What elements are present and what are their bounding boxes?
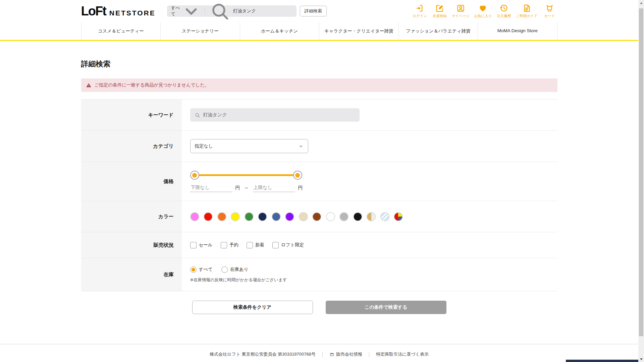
status-option[interactable]: 新着 [247, 242, 264, 248]
checkbox[interactable] [272, 242, 279, 248]
guide-icon [522, 4, 531, 13]
header-search-field [205, 5, 297, 17]
header-search-input[interactable] [233, 9, 292, 14]
color-swatch[interactable] [245, 212, 254, 221]
nav-item[interactable]: キャラクター・クリエイター雑貨 [319, 22, 398, 40]
color-swatch[interactable] [190, 212, 199, 221]
chevron-down-icon [298, 143, 304, 149]
slider-handle-min[interactable] [190, 171, 199, 180]
category-selected-value: 指定なし [195, 143, 213, 149]
cart-link[interactable]: カート [542, 4, 557, 18]
header-search-bar: すべて [167, 5, 297, 17]
checkbox[interactable] [247, 242, 253, 248]
price-label: 価格 [81, 162, 182, 201]
alert-message: ご指定の条件に一致する商品が見つかりませんでした。 [95, 82, 209, 88]
color-swatch[interactable] [312, 212, 321, 221]
scrollbar-thumb[interactable] [639, 8, 643, 336]
footer-link-legal[interactable]: 特定商取引法に基づく表示 [376, 351, 429, 357]
category-label: カテゴリ [81, 131, 182, 162]
color-swatch[interactable] [204, 212, 213, 221]
utility-label: マイページ [452, 14, 470, 18]
color-swatch[interactable] [299, 212, 308, 221]
radio-label: 在庫あり [230, 266, 249, 273]
nav-item[interactable]: コスメ＆ビューティー [81, 22, 161, 40]
form-actions: 検索条件をクリア この条件で検索する [81, 301, 557, 314]
search-scope-select[interactable]: すべて [167, 5, 205, 17]
utility-label: 注文履歴 [497, 14, 511, 18]
checkbox-label: ロフト限定 [281, 242, 304, 248]
price-range-slider [195, 171, 298, 180]
checkbox[interactable] [190, 242, 197, 248]
sales-status-label: 販売状況 [81, 232, 182, 258]
keyword-row: キーワード [81, 99, 557, 130]
guide-link[interactable]: ご利用ガイド [516, 4, 538, 18]
price-min-unit: 円 [235, 185, 240, 191]
stock-row: 在庫 すべて 在庫あり [81, 258, 557, 291]
nav-item[interactable]: MoMA Design Store [478, 22, 557, 40]
nav-item[interactable]: ステーショナリー [160, 22, 240, 40]
color-swatch[interactable] [353, 212, 362, 221]
search-submit-button[interactable]: この条件で検索する [326, 301, 446, 314]
clear-conditions-button[interactable]: 検索条件をクリア [192, 301, 313, 314]
search-form: キーワード カテゴリ 指定なし 価格 [81, 99, 557, 291]
color-swatch[interactable] [272, 212, 281, 221]
loft-logo[interactable]: LoFt NETSTORE [81, 5, 156, 17]
price-row: 価格 円 ～ 円 [81, 162, 557, 201]
price-min-input[interactable] [190, 184, 232, 192]
color-swatch[interactable] [367, 212, 376, 221]
footer-link-label: 販売会社情報 [336, 351, 362, 357]
login-link[interactable]: ログイン [412, 4, 428, 18]
checkbox-label: 新着 [255, 242, 264, 248]
slider-track[interactable] [195, 174, 298, 176]
scrollbar-up-arrow[interactable] [638, 0, 644, 6]
register-link[interactable]: 会員登録 [432, 4, 447, 18]
utility-label: 会員登録 [433, 14, 447, 18]
advanced-search-button[interactable]: 詳細検索 [300, 6, 327, 16]
keyword-input[interactable] [203, 112, 355, 118]
stock-note: ※在庫情報の反映に時間がかかる場合がございます [190, 277, 287, 283]
color-swatch[interactable] [285, 212, 294, 221]
utility-label: カート [544, 14, 555, 18]
order-history-link[interactable]: 注文履歴 [496, 4, 512, 18]
nav-item[interactable]: ファッション＆バラエティ雑貨 [398, 22, 478, 40]
status-option[interactable]: 予約 [221, 242, 238, 248]
category-select[interactable]: 指定なし [190, 139, 308, 153]
sales-status-row: 販売状況 セール 予約 [81, 232, 557, 258]
main-content: 詳細検索 ご指定の条件に一致する商品が見つかりませんでした。 キーワード カテゴ… [81, 59, 557, 314]
color-swatch[interactable] [394, 212, 403, 221]
favorites-link[interactable]: お気に入り [474, 4, 492, 18]
radio-button[interactable] [190, 266, 197, 273]
window-icon [329, 352, 334, 357]
scrollbar-down-arrow[interactable] [638, 356, 644, 362]
main-nav-list: コスメ＆ビューティー ステーショナリー ホーム＆キッチン キャラクター・クリエイ… [81, 22, 557, 40]
mypage-link[interactable]: マイページ [452, 4, 470, 18]
color-swatch[interactable] [231, 212, 240, 221]
stock-option[interactable]: すべて [190, 266, 213, 273]
search-icon [209, 0, 230, 22]
color-swatch[interactable] [217, 212, 226, 221]
radio-label: すべて [199, 266, 213, 273]
slider-handle-max[interactable] [293, 171, 302, 180]
site-footer: 株式会社ロフト 東京都公安委員会 第303319700768号 販売会社情報 特… [0, 344, 638, 362]
status-option[interactable]: ロフト限定 [272, 242, 304, 248]
register-icon [435, 4, 444, 13]
radio-button[interactable] [221, 266, 228, 273]
favorites-icon [478, 4, 487, 13]
search-icon [195, 112, 200, 118]
checkbox[interactable] [221, 242, 227, 248]
logo-text: NETSTORE [109, 9, 156, 17]
color-swatch[interactable] [326, 212, 335, 221]
footer-link-seller-info[interactable]: 販売会社情報 [329, 351, 362, 357]
status-option[interactable]: セール [190, 242, 213, 248]
stock-option[interactable]: 在庫あり [221, 266, 249, 273]
color-swatch[interactable] [380, 212, 389, 221]
color-swatch[interactable] [258, 212, 267, 221]
color-swatch[interactable] [339, 212, 348, 221]
nav-item[interactable]: ホーム＆キッチン [240, 22, 319, 40]
site-header: LoFt NETSTORE すべて 詳細検索 ログイン [0, 0, 638, 22]
color-label: カラー [81, 201, 182, 232]
color-swatch-list [190, 212, 403, 221]
price-max-input[interactable] [253, 184, 295, 192]
keyword-field [190, 108, 360, 122]
mypage-icon [456, 4, 465, 13]
